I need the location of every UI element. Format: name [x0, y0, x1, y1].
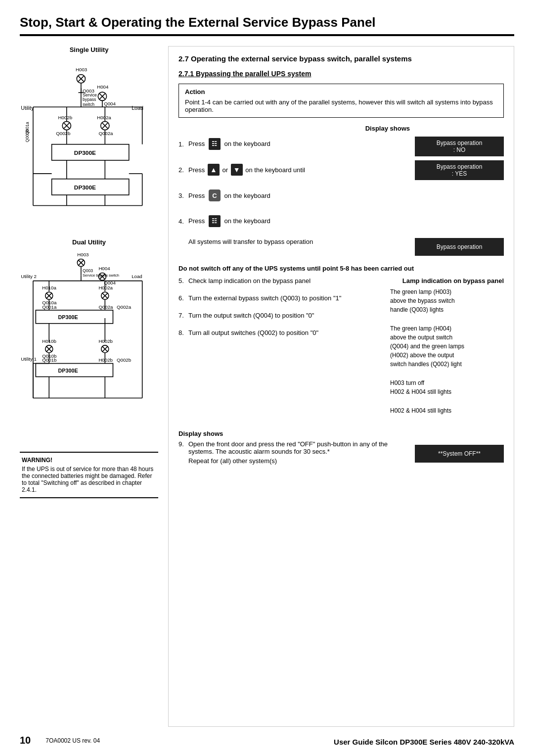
- step-4-num: 4.: [178, 218, 188, 225]
- svg-text:Load: Load: [132, 274, 142, 279]
- svg-text:H002a: H002a: [98, 284, 113, 290]
- display-shows-bottom: Display shows 9. Open the front door and…: [178, 430, 504, 468]
- step-6: 6. Turn the external bypass switch (Q003…: [178, 294, 385, 302]
- display-shows-left: Display shows 9. Open the front door and…: [178, 430, 410, 468]
- left-column: Single Utility Utility Load H003 Q003: [20, 46, 158, 727]
- svg-text:H010b: H010b: [42, 338, 56, 343]
- svg-text:Utility 2: Utility 2: [21, 274, 37, 279]
- svg-text:switch: switch: [83, 102, 94, 107]
- svg-text:Utility 1: Utility 1: [21, 356, 37, 362]
- svg-text:DP300E: DP300E: [74, 149, 96, 156]
- section-2-7: 2.7 Operating the external service bypas…: [178, 54, 504, 63]
- step-8-num: 8.: [178, 329, 188, 336]
- svg-text:DP300E: DP300E: [74, 184, 96, 191]
- lamp-desc-6: The green lamp (H004)above the output sw…: [390, 324, 504, 369]
- svg-text:H002a: H002a: [97, 115, 111, 120]
- lamp-display-col: Lamp indication on bypass panel The gree…: [390, 277, 504, 425]
- svg-text:Q003: Q003: [83, 268, 93, 273]
- section-2-7-heading: 2.7 Operating the external service bypas…: [178, 54, 504, 63]
- step-2-text: Press ▲ or ▼ on the keyboard until: [188, 164, 410, 176]
- display-shows-bottom-label: Display shows: [178, 430, 410, 437]
- single-utility-svg: Utility Load H003 Q003: [20, 56, 158, 227]
- svg-text:Service: Service: [83, 93, 97, 97]
- step-1: 1. Press ☷ on the keyboard: [178, 135, 410, 153]
- step-5: 5. Check lamp indication on the bypass p…: [178, 277, 385, 284]
- single-utility-diagram: Single Utility Utility Load H003 Q003: [20, 46, 158, 229]
- step-8-text: Turn all output switches (Q002) to posit…: [188, 329, 385, 336]
- svg-text:Q002b: Q002b: [117, 357, 131, 363]
- bypass-no-display: Bypass operation: NO: [415, 137, 504, 156]
- svg-text:Load: Load: [132, 105, 143, 111]
- warning-title: WARNING!: [22, 457, 156, 464]
- step-9-text-block: Open the front door and press the red "O…: [188, 440, 410, 465]
- svg-text:Utility: Utility: [21, 105, 34, 111]
- action-box: Action Point 1-4 can be carried out with…: [178, 84, 504, 118]
- lamp-steps-col: 5. Check lamp indication on the bypass p…: [178, 277, 385, 425]
- footer: 10 7OA0002 US rev. 04 User Guide Silcon …: [20, 735, 514, 746]
- step-3-text: Press C on the keyboard: [188, 189, 410, 201]
- svg-text:Q001a: Q001a: [25, 122, 30, 135]
- menu-icon-2: ☷: [209, 215, 221, 227]
- svg-text:H002b: H002b: [98, 338, 113, 343]
- page-title: Stop, Start & Operating the External Ser…: [20, 15, 514, 30]
- step-5-text: Check lamp indication on the bypass pane…: [188, 277, 385, 284]
- step-4: 4. Press ☷ on the keyboard: [178, 212, 410, 230]
- step-5-num: 5.: [178, 277, 188, 284]
- c-key-icon: C: [209, 189, 221, 201]
- step-8: 8. Turn all output switches (Q002) to po…: [178, 329, 385, 336]
- action-title: Action: [185, 88, 497, 95]
- step-7: 7. Turn the output switch (Q004) to posi…: [178, 312, 385, 319]
- step-7-text: Turn the output switch (Q004) to positio…: [188, 312, 385, 319]
- step-9-text: Open the front door and press the red "O…: [188, 440, 410, 455]
- footer-page-num: 10: [20, 735, 31, 746]
- step-4-all-text: All systems will transfer to bypass oper…: [178, 238, 410, 260]
- step-3: 3. Press C on the keyboard: [178, 187, 410, 204]
- svg-text:Q001a: Q001a: [42, 304, 57, 309]
- step-3-num: 3.: [178, 192, 188, 199]
- bypass-yes-display: Bypass operation: YES: [415, 160, 504, 180]
- warning-text: If the UPS is out of service for more th…: [22, 466, 156, 493]
- step-7-num: 7.: [178, 312, 188, 319]
- step-9: 9. Open the front door and press the red…: [178, 440, 410, 465]
- display-col: Bypass operation: NO Bypass operation: Y…: [415, 125, 504, 238]
- steps-1-4-col: Display shows 1. Press ☷ on the keyboard…: [178, 125, 410, 238]
- step-4-text: Press ☷ on the keyboard: [188, 215, 410, 227]
- warning-box: WARNING! If the UPS is out of service fo…: [20, 452, 158, 498]
- bypass-yes-text: Bypass operation: YES: [437, 163, 483, 177]
- bypass-no-text: Bypass operation: NO: [437, 140, 483, 153]
- svg-text:H002b: H002b: [58, 115, 73, 120]
- svg-text:H004: H004: [97, 84, 109, 90]
- dual-utility-diagram: Dual Utility Utility 2 Load Utility 1 H0…: [20, 238, 158, 442]
- display-shows-right: **System OFF**: [415, 430, 504, 468]
- lamp-desc-7: H003 turn offH002 & H004 still lights: [390, 378, 504, 396]
- single-utility-label: Single Utility: [20, 46, 158, 53]
- title-rule: [20, 34, 514, 36]
- step-6-text: Turn the external bypass switch (Q003) t…: [188, 294, 385, 302]
- system-off-display: **System OFF**: [415, 445, 504, 463]
- menu-icon-1: ☷: [209, 138, 221, 150]
- action-text: Point 1-4 can be carried out with any of…: [185, 98, 497, 113]
- arrow-down-icon: ▼: [231, 164, 243, 176]
- right-column: 2.7 Operating the external service bypas…: [168, 46, 514, 727]
- lamp-steps-area: 5. Check lamp indication on the bypass p…: [178, 277, 504, 425]
- dual-utility-svg: Utility 2 Load Utility 1 H003 Q003 Servi…: [20, 249, 158, 441]
- svg-text:DP300E: DP300E: [58, 367, 78, 373]
- footer-doc: 7OA0002 US rev. 04: [45, 737, 100, 744]
- section-2-7-1: 2.7.1 Bypassing the parallel UPS system: [178, 70, 504, 78]
- section-2-7-1-heading: 2.7.1 Bypassing the parallel UPS system: [178, 70, 504, 78]
- step-9-num: 9.: [178, 440, 188, 448]
- svg-text:Q001b: Q001b: [42, 357, 56, 363]
- step-9-repeat: Repeat for (all) other system(s): [188, 457, 410, 465]
- svg-text:Q002a: Q002a: [98, 304, 113, 309]
- svg-text:H002b: H002b: [98, 357, 113, 363]
- bypass-operation-box: Bypass operation: [415, 238, 504, 256]
- svg-text:H004: H004: [98, 266, 110, 271]
- step-2-num: 2.: [178, 166, 188, 174]
- svg-text:H003: H003: [77, 252, 89, 257]
- step-6-num: 6.: [178, 294, 188, 302]
- svg-text:Q002b: Q002b: [56, 131, 70, 136]
- bold-warning: Do not switch off any of the UPS systems…: [178, 265, 504, 272]
- lamp-desc-8: H002 & H004 still lights: [390, 406, 504, 415]
- display-shows-label-top: Display shows: [178, 125, 410, 132]
- arrow-up-icon: ▲: [208, 164, 220, 176]
